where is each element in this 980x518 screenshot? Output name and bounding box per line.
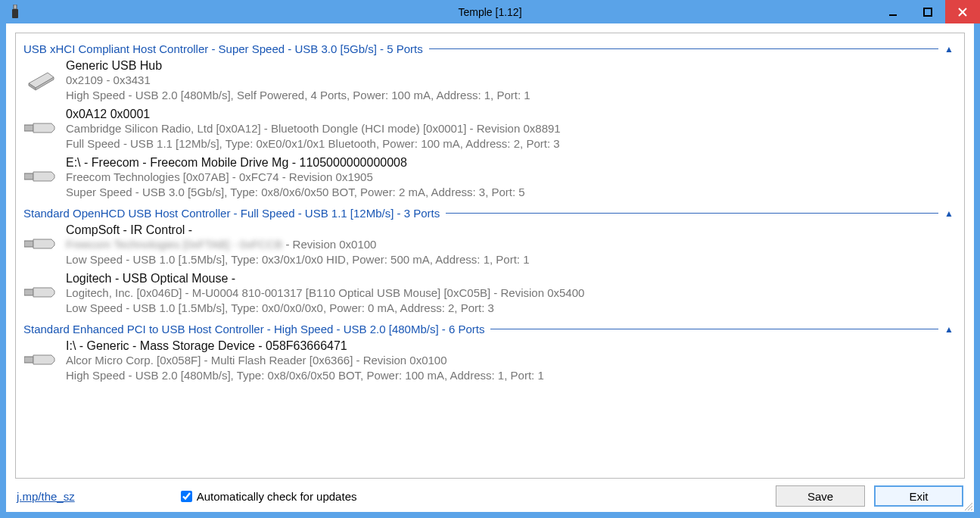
auto-update-input[interactable] [181,491,192,502]
device-info-1: Alcor Micro Corp. [0x058F] - Multi Flash… [66,353,958,368]
usb-connector-icon [23,111,57,145]
device-row[interactable]: CompSoft - IR Control - Freecom Technolo… [23,221,964,270]
auto-update-label: Automatically check for updates [197,490,357,503]
device-info-1: Cambridge Silicon Radio, Ltd [0x0A12] - … [66,121,958,136]
device-info-2: High Speed - USB 2.0 [480Mb/s], Self Pow… [66,88,958,103]
device-info-1: Logitech, Inc. [0x046D] - M-U0004 810-00… [66,286,958,301]
device-info-2: Low Speed - USB 1.0 [1.5Mb/s], Type: 0x0… [66,301,958,316]
minimize-button[interactable] [876,0,910,23]
resize-grip-icon[interactable] [963,501,973,511]
device-info-1: 0x2109 - 0x3431 [66,73,958,88]
device-info-1: Freecom Technologies [0x07AB] - 0xFC74 -… [66,170,958,185]
device-info-2: Super Speed - USB 3.0 [5Gb/s], Type: 0x8… [66,185,958,200]
device-panel: USB xHCI Compliant Host Controller - Sup… [15,33,965,479]
device-name: E:\ - Freecom - Freecom Mobile Drive Mg … [66,156,958,170]
device-row[interactable]: Logitech - USB Optical Mouse - Logitech,… [23,270,964,318]
device-name: CompSoft - IR Control - [66,223,958,237]
device-row[interactable]: Generic USB Hub 0x2109 - 0x3431 High Spe… [23,57,964,105]
exit-button[interactable]: Exit [874,485,963,507]
footer-bar: j.mp/the_sz Automatically check for upda… [6,482,974,512]
svg-rect-3 [924,8,932,16]
device-info-2: Low Speed - USB 1.0 [1.5Mb/s], Type: 0x3… [66,252,958,267]
device-name: Generic USB Hub [66,59,958,73]
window-buttons [876,0,980,23]
controller-title: Standard OpenHCD USB Host Controller - F… [23,207,440,220]
device-row[interactable]: I:\ - Generic - Mass Storage Device - 05… [23,337,964,385]
close-button[interactable] [945,0,980,23]
svg-rect-7 [24,173,33,179]
drive-icon [23,63,57,96]
usb-connector-icon [23,160,57,193]
save-button[interactable]: Save [776,485,865,507]
header-rule [446,213,938,214]
window-title: Temple [1.12] [0,6,980,18]
titlebar: Temple [1.12] [0,0,980,23]
controller-header[interactable]: USB xHCI Compliant Host Controller - Sup… [23,38,964,57]
controller-header[interactable]: Standard Enhanced PCI to USB Host Contro… [23,318,964,337]
svg-rect-10 [24,357,33,363]
svg-rect-9 [24,289,33,295]
device-info-2: High Speed - USB 2.0 [480Mb/s], Type: 0x… [66,368,958,383]
device-name: Logitech - USB Optical Mouse - [66,272,958,286]
usb-connector-icon [23,276,57,309]
header-rule [429,48,938,49]
usb-connector-icon [23,227,57,261]
chevron-up-icon: ▲ [944,44,954,55]
device-info-1: Freecom Technologies [0xFTAB] - 0xFCCB -… [66,237,958,252]
website-link[interactable]: j.mp/the_sz [17,490,75,503]
device-info-2: Full Speed - USB 1.1 [12Mb/s], Type: 0xE… [66,136,958,151]
device-row[interactable]: E:\ - Freecom - Freecom Mobile Drive Mg … [23,154,964,202]
chevron-up-icon: ▲ [944,208,954,219]
device-name: 0x0A12 0x0001 [66,108,958,121]
svg-rect-8 [24,241,33,247]
auto-update-checkbox[interactable]: Automatically check for updates [181,490,357,503]
client-area: USB xHCI Compliant Host Controller - Sup… [6,23,974,512]
device-name: I:\ - Generic - Mass Storage Device - 05… [66,339,958,353]
device-row[interactable]: 0x0A12 0x0001 Cambridge Silicon Radio, L… [23,105,964,154]
controller-title: USB xHCI Compliant Host Controller - Sup… [23,42,423,55]
controller-title: Standard Enhanced PCI to USB Host Contro… [23,323,484,335]
chevron-up-icon: ▲ [944,324,954,335]
controller-header[interactable]: Standard OpenHCD USB Host Controller - F… [23,202,964,221]
svg-line-13 [971,509,972,510]
usb-connector-icon [23,343,57,376]
svg-rect-6 [24,125,33,131]
header-rule [490,329,938,329]
maximize-button[interactable] [910,0,945,23]
